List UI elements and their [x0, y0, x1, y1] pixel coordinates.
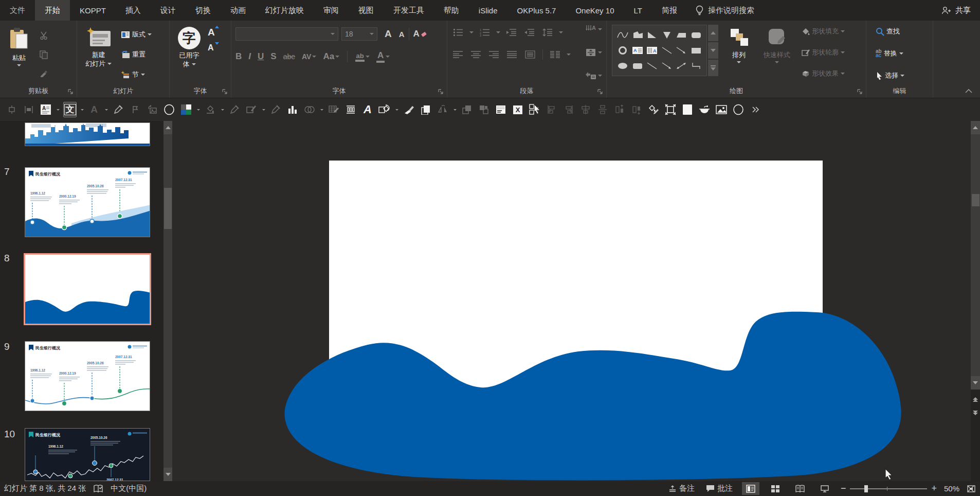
font-style-tool-icon[interactable]: A: [87, 102, 101, 117]
line-spacing-icon[interactable]: [541, 25, 554, 40]
canvas-scroll-up-icon[interactable]: [971, 121, 980, 134]
toolbar-overflow-icon[interactable]: [749, 102, 762, 117]
spellcheck-icon[interactable]: [93, 484, 103, 493]
collapse-ribbon-icon[interactable]: [965, 88, 973, 94]
zoom-slider-track[interactable]: [850, 488, 927, 489]
normal-view-button[interactable]: [742, 482, 759, 495]
send-backward-icon[interactable]: [477, 102, 491, 117]
circle-tool-icon[interactable]: [732, 102, 745, 117]
excel-export-icon[interactable]: X: [511, 102, 524, 117]
slide-counter[interactable]: 幻灯片 第 8 张, 共 24 张: [4, 484, 86, 493]
notes-toggle[interactable]: 备注: [666, 483, 697, 494]
strikethrough-button[interactable]: abe: [283, 52, 295, 61]
drawing-dialog-launcher-icon[interactable]: [857, 89, 863, 95]
picture-rotate-icon[interactable]: [146, 102, 159, 117]
shape-format-painter-icon[interactable]: [647, 102, 660, 117]
tab-jianbao[interactable]: 简报: [652, 0, 687, 21]
shape-elbow-connector-icon[interactable]: [691, 62, 702, 70]
shape-rounded-rect-icon[interactable]: [691, 31, 702, 39]
crop-handles-icon[interactable]: [664, 102, 677, 117]
slide-canvas[interactable]: [172, 121, 971, 481]
tab-animations[interactable]: 动画: [221, 0, 256, 21]
next-slide-button[interactable]: [971, 407, 980, 418]
distribute-text-icon[interactable]: [523, 47, 537, 62]
tab-review[interactable]: 审阅: [314, 0, 349, 21]
text-direction-button[interactable]: A: [585, 25, 602, 34]
change-case-button[interactable]: Aa: [323, 51, 339, 62]
replace-button[interactable]: ab ac 替换: [874, 48, 928, 59]
bullets-icon[interactable]: [451, 25, 465, 40]
shape-freeform-icon[interactable]: [632, 31, 643, 39]
ink-fill-chevron-icon[interactable]: [221, 109, 224, 111]
font-style-chevron-icon[interactable]: [105, 109, 108, 111]
underline-button[interactable]: U: [258, 51, 264, 62]
canvas-scrollbar-thumb[interactable]: [972, 194, 979, 206]
decrease-font-plugin-button[interactable]: A: [208, 43, 215, 52]
tab-lt[interactable]: LT: [624, 0, 651, 21]
textbox-tool-chevron-icon[interactable]: [57, 109, 60, 111]
align-objects-left-icon[interactable]: [545, 102, 558, 117]
paste-button[interactable]: 粘贴: [4, 25, 34, 84]
justify-icon[interactable]: [505, 47, 519, 62]
comments-toggle[interactable]: 批注: [704, 483, 735, 494]
align-left-icon[interactable]: [451, 47, 465, 62]
cut-icon[interactable]: [37, 28, 50, 43]
font-size-chevron-icon[interactable]: [370, 33, 374, 35]
align-center-icon[interactable]: [469, 47, 483, 62]
slide-sorter-view-button[interactable]: [767, 482, 784, 495]
flip-shape-chevron-icon[interactable]: [453, 109, 457, 111]
shape-vertical-textbox-icon[interactable]: A: [646, 46, 658, 55]
merge-venn-chevron-icon[interactable]: [320, 109, 323, 111]
section-button[interactable]: 节: [119, 69, 154, 80]
paste-chevron-icon[interactable]: [17, 64, 21, 66]
ink-fill-tool-icon[interactable]: [204, 102, 217, 117]
tell-me-search[interactable]: 操作说明搜索: [687, 0, 763, 21]
brush-tool-icon[interactable]: [402, 102, 415, 117]
vertical-textbox-chevron-icon[interactable]: [81, 109, 84, 111]
italic-button[interactable]: I: [248, 51, 251, 62]
shape-curve-icon[interactable]: [617, 31, 628, 39]
genie-lamp-icon[interactable]: [698, 102, 711, 117]
outline-pen-tool-icon[interactable]: [245, 102, 258, 117]
paragraph-dialog-launcher-icon[interactable]: [597, 89, 603, 95]
arrange-button[interactable]: 排列: [723, 25, 754, 84]
align-objects-right-icon[interactable]: [562, 102, 575, 117]
quick-styles-button[interactable]: 快速样式: [759, 25, 794, 84]
panel-scroll-down-icon[interactable]: [164, 468, 172, 481]
select-button[interactable]: 选择: [874, 70, 928, 81]
tab-design[interactable]: 设计: [151, 0, 186, 21]
share-button[interactable]: 共享: [932, 0, 980, 21]
zoom-in-button[interactable]: +: [931, 483, 937, 494]
vertical-textbox-tool-icon[interactable]: 文: [63, 102, 77, 117]
tab-koppt[interactable]: KOPPT: [70, 0, 116, 21]
tab-transitions[interactable]: 切换: [186, 0, 221, 21]
tab-insert[interactable]: 插入: [116, 0, 151, 21]
convert-smartart-button[interactable]: [585, 71, 602, 80]
shape-line2-icon[interactable]: [646, 62, 658, 70]
shape-arrow2-icon[interactable]: [661, 62, 673, 70]
white-rectangle-icon[interactable]: [681, 102, 694, 117]
zoom-level[interactable]: 50%: [944, 484, 959, 493]
eyedropper-fill-icon[interactable]: [228, 102, 241, 117]
distribute-columns-icon[interactable]: [344, 102, 357, 117]
slide-7-thumbnail[interactable]: 民生银行概况 1996.1.12 2000.12.19 2005.10.26 2…: [25, 167, 151, 237]
slide-9-thumbnail[interactable]: 民生银行概况 1996.1.12 2000.12.19 2005.10.26 2…: [25, 341, 151, 411]
column-chart-icon[interactable]: [286, 102, 299, 117]
columns-icon[interactable]: [549, 47, 562, 62]
shape-trapezoid-icon[interactable]: [676, 31, 687, 39]
fit-to-window-icon[interactable]: [967, 485, 976, 493]
font-name-chevron-icon[interactable]: [331, 33, 335, 35]
reset-button[interactable]: 重置: [119, 49, 154, 60]
slide-8-editing-surface[interactable]: [329, 161, 823, 438]
distribute-objects-icon[interactable]: [22, 102, 35, 117]
align-objects-center-h-icon[interactable]: [579, 102, 592, 117]
increase-font-plugin-button[interactable]: A: [208, 27, 215, 38]
language-indicator[interactable]: 中文(中国): [111, 484, 147, 493]
clear-formatting-button[interactable]: A: [413, 29, 420, 39]
tab-islide[interactable]: iSlide: [469, 0, 507, 21]
duplicate-shape-icon[interactable]: [419, 102, 432, 117]
theme-color-chip-icon[interactable]: [179, 102, 193, 117]
tab-help[interactable]: 帮助: [434, 0, 469, 21]
table-edit-icon[interactable]: [327, 102, 340, 117]
outline-pen-chevron-icon[interactable]: [262, 109, 265, 111]
